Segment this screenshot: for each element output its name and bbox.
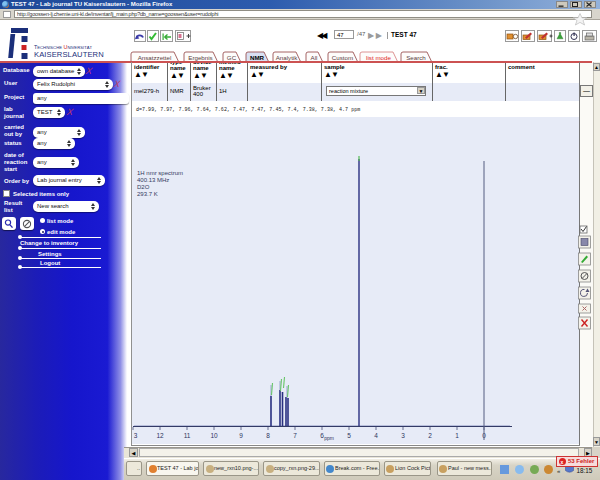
svg-text:NMR: NMR <box>250 54 265 61</box>
svg-text:«: « <box>557 468 561 474</box>
svg-text:2: 2 <box>428 432 432 439</box>
svg-text:D2O: D2O <box>137 184 150 190</box>
svg-text:4: 4 <box>374 432 378 439</box>
svg-text:1: 1 <box>455 432 459 439</box>
svg-text:3: 3 <box>401 432 405 439</box>
svg-text:Analytik: Analytik <box>276 54 299 61</box>
svg-text:7: 7 <box>293 432 297 439</box>
svg-text:list mode: list mode <box>366 54 391 61</box>
svg-text:GC: GC <box>227 54 237 61</box>
svg-text:11: 11 <box>184 432 191 439</box>
svg-text:293.7 K: 293.7 K <box>137 191 158 197</box>
svg-text:18:15: 18:15 <box>577 467 593 474</box>
svg-text:5: 5 <box>347 432 351 439</box>
svg-text:9: 9 <box>239 432 243 439</box>
svg-text:400.13 MHz: 400.13 MHz <box>137 177 169 183</box>
svg-text:12: 12 <box>156 432 164 439</box>
svg-text:10: 10 <box>210 432 218 439</box>
svg-text:3: 3 <box>134 432 138 439</box>
svg-text:Ergebnis: Ergebnis <box>188 54 212 61</box>
svg-text:All: All <box>311 54 318 61</box>
svg-text:Custom: Custom <box>332 54 353 61</box>
svg-text:8: 8 <box>266 432 270 439</box>
svg-text:Search: Search <box>406 54 426 61</box>
svg-text:ppm: ppm <box>324 435 334 441</box>
svg-text:KAISERSLAUTERN: KAISERSLAUTERN <box>34 50 104 59</box>
svg-text:Ansatzzettel: Ansatzzettel <box>138 54 172 61</box>
svg-text:1H nmr spectrum: 1H nmr spectrum <box>137 170 183 176</box>
